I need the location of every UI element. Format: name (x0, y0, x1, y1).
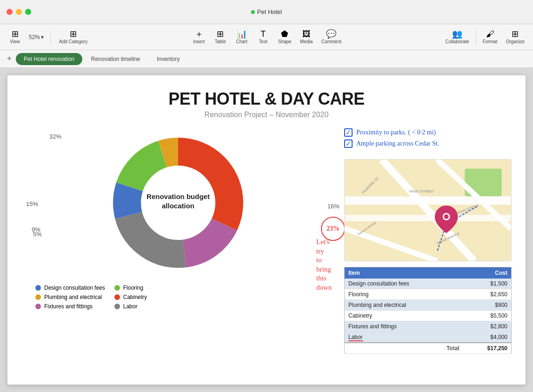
close-button[interactable] (7, 9, 13, 15)
tab-renovation-timeline[interactable]: Renovation timeline (83, 53, 148, 65)
table-cell-cost-0: $1,500 (463, 279, 512, 289)
format-label: Format (483, 39, 498, 44)
toolbar-main-group: ＋ Insert ⊞ Table 📊 Chart T Text ⬟ Shape … (189, 28, 345, 46)
collaborate-label: Collaborate (446, 39, 469, 44)
table-cell-item-5: Labor (345, 332, 463, 343)
collaborate-icon: 👥 (452, 30, 462, 38)
checkbox-1[interactable]: ✓ (344, 140, 353, 148)
legend-item-plumbing: Plumbing and electrical (35, 294, 105, 300)
chart-icon: 📊 (237, 30, 247, 38)
media-button[interactable]: 🖼 Media (296, 28, 317, 46)
main-content: PET HOTEL & DAY CARE Renovation Project … (0, 68, 533, 392)
table-row: Design consultation fees $1,500 (345, 279, 512, 289)
legend-col-1: Design consultation fees Plumbing and el… (35, 285, 105, 310)
table-row: Cabinetry $5,500 (345, 311, 512, 321)
legend-label-cabinetry: Cabinetry (123, 294, 147, 300)
table-cell-item-4: Fixtures and fittings (345, 321, 463, 332)
text-button[interactable]: T Text (253, 28, 273, 46)
legend-label-fixtures: Fixtures and fittings (44, 303, 93, 310)
fullscreen-button[interactable] (25, 9, 31, 15)
table-header-row: Item Cost (345, 267, 512, 279)
table-label: Table (215, 39, 226, 44)
checkmark-1: ✓ (346, 140, 351, 148)
budget-table: Item Cost Design consultation fees $1,50… (344, 267, 512, 354)
labor-item-text: Labor (348, 334, 363, 340)
center-text-1: Renovation budget (147, 193, 210, 200)
add-category-label: Add Category (59, 39, 87, 44)
checkbox-0[interactable]: ✓ (344, 128, 353, 137)
title-dot (251, 10, 255, 14)
svg-text:MAIN STREET: MAIN STREET (409, 189, 434, 193)
legend-item-fixtures: Fixtures and fittings (35, 303, 105, 310)
add-tab-button[interactable]: + (4, 53, 15, 65)
toolbar-view-group: ⊞ View 52% ▾ (5, 28, 47, 46)
chart-label-32: 32% (49, 133, 61, 140)
chart-legend: Design consultation fees Plumbing and el… (35, 285, 335, 310)
insert-button[interactable]: ＋ Insert (189, 28, 209, 46)
chart-label-5: 5% (33, 231, 42, 238)
svg-point-17 (444, 214, 449, 219)
legend-dot-cabinetry (114, 294, 120, 300)
organize-label: Organize (506, 39, 525, 44)
format-button[interactable]: 🖌 Format (479, 28, 501, 46)
check-text-1: Ample parking across Cedar St. (356, 140, 439, 147)
view-button[interactable]: ⊞ View (5, 28, 25, 46)
check-text-0: Proximity to parks. ( < 0·2 mi) (356, 129, 436, 136)
center-text-2: allocation (162, 202, 194, 210)
table-cell-cost-5: $4,000 (463, 332, 512, 343)
title-text: Pet Hotel (257, 8, 282, 15)
legend-dot-plumbing (35, 294, 41, 300)
minimize-button[interactable] (16, 9, 22, 15)
view-icon: ⊞ (12, 30, 19, 38)
table-cell-cost-4: $2,800 (463, 321, 512, 332)
legend-label-flooring: Flooring (123, 285, 143, 291)
table-header-item: Item (345, 267, 463, 279)
total-label: Total (446, 345, 460, 352)
legend-item-flooring: Flooring (114, 285, 147, 291)
media-icon: 🖼 (302, 30, 311, 38)
tab-label-1: Renovation timeline (91, 56, 140, 62)
table-row: Plumbing and electrical $800 (345, 300, 512, 311)
svg-rect-4 (345, 215, 511, 221)
add-category-icon: ⊞ (70, 30, 77, 38)
legend-item-design: Design consultation fees (35, 285, 105, 291)
page-area: PET HOTEL & DAY CARE Renovation Project … (7, 75, 526, 385)
shape-button[interactable]: ⬟ Shape (274, 28, 295, 46)
legend-dot-labor (114, 304, 120, 309)
table-row: Fixtures and fittings $2,800 (345, 321, 512, 332)
page-title: PET HOTEL & DAY CARE (21, 89, 512, 109)
organize-icon: ⊞ (512, 30, 519, 38)
table-button[interactable]: ⊞ Table (210, 28, 231, 46)
zoom-chevron-icon: ▾ (41, 34, 44, 40)
traffic-lights (0, 9, 31, 15)
toolbar-right-group: 👥 Collaborate 🖌 Format ⊞ Organize (442, 28, 528, 46)
check-item-1: ✓ Ample parking across Cedar St. (344, 140, 512, 148)
zoom-button[interactable]: 52% ▾ (26, 32, 47, 42)
table-header-cost: Cost (463, 267, 512, 279)
view-label: View (10, 39, 20, 44)
legend-col-2: Flooring Cabinetry Labor (114, 285, 147, 310)
chart-label: Chart (236, 39, 247, 44)
text-icon: T (260, 30, 266, 38)
toolbar-separator-2 (476, 30, 476, 45)
content-row: 32% 16% 15% 9% 5% (21, 128, 512, 354)
total-label-cell: Total (345, 343, 463, 354)
table-cell-cost-1: $2,650 (463, 289, 512, 300)
zoom-value: 52% (29, 34, 40, 40)
add-category-button[interactable]: ⊞ Add Category (54, 28, 92, 46)
table-cell-item-3: Cabinetry (345, 311, 463, 321)
tab-inventory[interactable]: Inventory (149, 53, 187, 65)
titlebar: Pet Hotel (0, 0, 533, 24)
tab-pet-hotel-renovation[interactable]: Pet Hotel renovation (16, 53, 82, 65)
legend-dot-fixtures (35, 304, 41, 309)
table-cell-item-1: Flooring (345, 289, 463, 300)
organize-button[interactable]: ⊞ Organize (502, 28, 528, 46)
chart-label-16: 16% (327, 203, 340, 210)
format-icon: 🖌 (486, 30, 494, 38)
comment-button[interactable]: 💬 Comment (318, 28, 345, 46)
chart-button[interactable]: 📊 Chart (232, 28, 252, 46)
text-label: Text (259, 39, 267, 44)
collaborate-button[interactable]: 👥 Collaborate (442, 28, 473, 46)
legend-item-cabinetry: Cabinetry (114, 294, 147, 300)
legend-dot-flooring (114, 285, 120, 291)
